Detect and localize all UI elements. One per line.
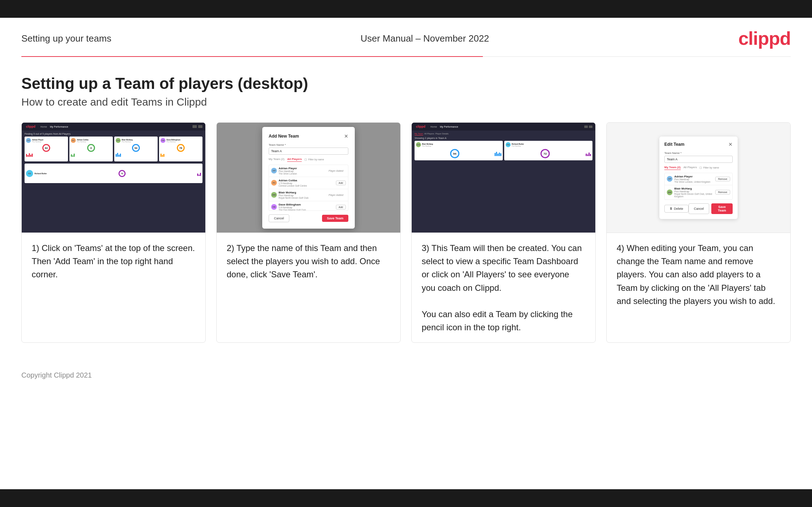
card-1-text: 1) Click on 'Teams' at the top of the sc… bbox=[22, 233, 205, 342]
mock-player-name-4: Dave Billingham bbox=[167, 139, 180, 141]
mock-team-tab-performance[interactable]: Player Details bbox=[436, 133, 449, 135]
mock-nav-home-3: Home bbox=[431, 126, 437, 128]
mock-team-bars-5 bbox=[586, 151, 591, 156]
mock-player-details-4: Dave Billingham 5.8 HandicapThe Dog Mayi… bbox=[279, 203, 306, 211]
mock-page-header: Finding 5 out of 5 players from All Play… bbox=[25, 133, 202, 135]
mock-bar bbox=[162, 155, 163, 157]
mock-icon-pencil[interactable] bbox=[584, 126, 588, 128]
mock-player-club-4: 5.8 HandicapThe Dog Maying Golf Club bbox=[279, 206, 306, 211]
mock-edit-filter: Filter by name bbox=[700, 166, 719, 169]
mock-player-name-sm-4: Dave Billingham bbox=[279, 203, 306, 206]
mock-bars-4 bbox=[160, 153, 201, 157]
mock-player-details-2: Adrian Coliba 1.5 HandicapCentral London… bbox=[279, 179, 307, 187]
mock-team-tabs: My Team All Players Player Details bbox=[415, 133, 592, 135]
mock-player-name-sm-2: Adrian Coliba bbox=[279, 179, 307, 182]
mock-edit-player-info-1: AP Adrian Player Plus HandicapThe Shire … bbox=[667, 175, 711, 183]
page-title-section: Setting up a Team of players (desktop) H… bbox=[0, 57, 812, 122]
mock-remove-player-btn-2[interactable]: Remove bbox=[715, 190, 730, 194]
mock-edit-player-details-1: Adrian Player Plus HandicapThe Shire Lon… bbox=[674, 175, 711, 183]
mock-player-card-4: DB Dave Billingham Plus Handicap 78 bbox=[159, 137, 202, 161]
mock-edit-player-list: AP Adrian Player Plus HandicapThe Shire … bbox=[664, 173, 733, 200]
mock-bar bbox=[74, 154, 75, 157]
mock-player-card-1: AP Adrian Player Plus Handicap 84 bbox=[25, 137, 68, 161]
mock-edit-dialog-title: Edit Team bbox=[664, 142, 684, 147]
mock-add-player-btn-4[interactable]: Add bbox=[336, 205, 346, 209]
mock-score-3: 94 bbox=[132, 144, 140, 152]
mock-logo: clippd bbox=[26, 125, 36, 128]
mock-nav-bar-3: clippd Home My Performance bbox=[412, 123, 595, 130]
mock-team-tab-all[interactable]: All Players bbox=[424, 133, 434, 135]
mock-edit-dialog-header: Edit Team ✕ bbox=[664, 142, 733, 147]
mock-nav-links: Home My Performance bbox=[41, 126, 68, 128]
mock-delete-button[interactable]: 🗑 Delete bbox=[664, 205, 689, 213]
mock-bar bbox=[118, 155, 120, 157]
mock-player-name-sm-1: Adrian Player bbox=[279, 167, 297, 170]
mock-add-team-dialog: Add New Team ✕ Team Name * Team A My Tea… bbox=[262, 127, 355, 229]
mock-filter: Filter by name bbox=[305, 158, 324, 161]
mock-players-grid-top: AP Adrian Player Plus Handicap 84 bbox=[25, 137, 202, 161]
mock-bar bbox=[26, 154, 27, 157]
mock-cancel-button[interactable]: Cancel bbox=[269, 214, 289, 222]
mock-edit-tab-all[interactable]: All Players bbox=[684, 166, 697, 170]
mock-team-player-5: RB Richard Butler Plus Handicap 72 bbox=[504, 141, 592, 160]
mock-team-tab-myteam[interactable]: My Team bbox=[415, 133, 423, 135]
mock-team-dashboard: clippd Home My Performance My Team All P… bbox=[412, 123, 595, 233]
mock-edit-team-name-label: Team Name * bbox=[664, 151, 733, 155]
mock-edit-player-row-2: BM Blair McHarg Plus HandicapRoyal North… bbox=[665, 185, 732, 199]
mock-filter-checkbox[interactable] bbox=[305, 159, 307, 161]
mock-team-psub-3: Plus Handicap bbox=[422, 145, 433, 147]
mock-player-list: AP Adrian Player Plus HandicapThe Shire … bbox=[269, 165, 348, 211]
mock-edit-save-team-button[interactable]: Save Team bbox=[711, 203, 733, 214]
mock-edit-player-club-1: Plus HandicapThe Shire London, United Ki… bbox=[674, 178, 711, 183]
mock-screen-teams-dashboard: clippd Home My Performance Finding 5 out… bbox=[22, 123, 205, 233]
mock-bar bbox=[29, 153, 30, 157]
mock-bar bbox=[589, 153, 590, 156]
mock-bar bbox=[590, 154, 591, 156]
card-3: clippd Home My Performance My Team All P… bbox=[411, 122, 596, 343]
mock-team-score-5: 72 bbox=[541, 149, 550, 158]
mock-tab-allplayers[interactable]: All Players bbox=[287, 158, 302, 162]
mock-bar bbox=[120, 154, 121, 157]
top-bar bbox=[0, 0, 812, 18]
mock-edit-filter-checkbox[interactable] bbox=[700, 167, 702, 169]
mock-remove-player-btn-1[interactable]: Remove bbox=[715, 177, 730, 181]
mock-nav-teams: My Performance bbox=[50, 126, 68, 128]
mock-player-status-1: Player Added bbox=[326, 169, 346, 173]
mock-team-name-input[interactable]: Team A bbox=[269, 148, 348, 155]
mock-bar bbox=[163, 154, 164, 157]
mock-edit-tab-myteam[interactable]: My Team (2) bbox=[664, 166, 681, 170]
mock-dialog-footer: Cancel Save Team bbox=[269, 214, 348, 222]
mock-bar bbox=[72, 155, 73, 157]
mock-icon-settings[interactable] bbox=[589, 126, 592, 128]
mock-add-player-btn-2[interactable]: Add bbox=[336, 181, 346, 185]
mock-bar bbox=[500, 153, 501, 156]
mock-team-header: Showing 2 players in Team A bbox=[415, 137, 592, 139]
mock-bars-2 bbox=[71, 153, 111, 157]
mock-edit-team-name-input[interactable]: Team A bbox=[664, 156, 733, 163]
mock-bar bbox=[200, 173, 201, 176]
mock-save-team-button[interactable]: Save Team bbox=[322, 215, 348, 222]
mock-team-score-3: 94 bbox=[450, 149, 459, 158]
mock-edit-dialog-close-icon[interactable]: ✕ bbox=[728, 142, 733, 147]
mock-edit-avatar-2: BM bbox=[667, 190, 673, 195]
mock-bar bbox=[586, 154, 587, 156]
mock-team-pname-3: Blair McHarg bbox=[422, 143, 433, 145]
mock-team-content: My Team All Players Player Details Showi… bbox=[412, 130, 595, 162]
mock-edit-player-row-1: AP Adrian Player Plus HandicapThe Shire … bbox=[665, 173, 732, 185]
mock-edit-cancel-button[interactable]: Cancel bbox=[689, 203, 709, 214]
mock-edit-footer: 🗑 Delete Cancel Save Team bbox=[664, 203, 733, 214]
mock-dialog-close-icon[interactable]: ✕ bbox=[344, 133, 348, 139]
mock-player-name-3: Blair McHarg bbox=[122, 139, 133, 141]
copyright-text: Copyright Clippd 2021 bbox=[21, 371, 92, 379]
screenshot-2: Add New Team ✕ Team Name * Team A My Tea… bbox=[217, 123, 400, 233]
mock-player-name-1: Adrian Player bbox=[32, 139, 43, 141]
mock-bar bbox=[117, 153, 118, 157]
mock-player-details-3: Blair McHarg Plus HandicapRoyal North De… bbox=[279, 191, 309, 199]
mock-score-1: 84 bbox=[42, 144, 50, 152]
mock-player-club-2: 1.5 HandicapCentral London Golf Centre bbox=[279, 182, 307, 187]
mock-bar bbox=[160, 154, 162, 157]
mock-player-sub-2: Plus Handicap bbox=[77, 141, 89, 143]
mock-tab-myteam[interactable]: My Team (2) bbox=[269, 158, 284, 161]
mock-team-players: BM Blair McHarg Plus Handicap 94 bbox=[415, 141, 592, 160]
screenshot-1: clippd Home My Performance Finding 5 out… bbox=[22, 123, 205, 233]
